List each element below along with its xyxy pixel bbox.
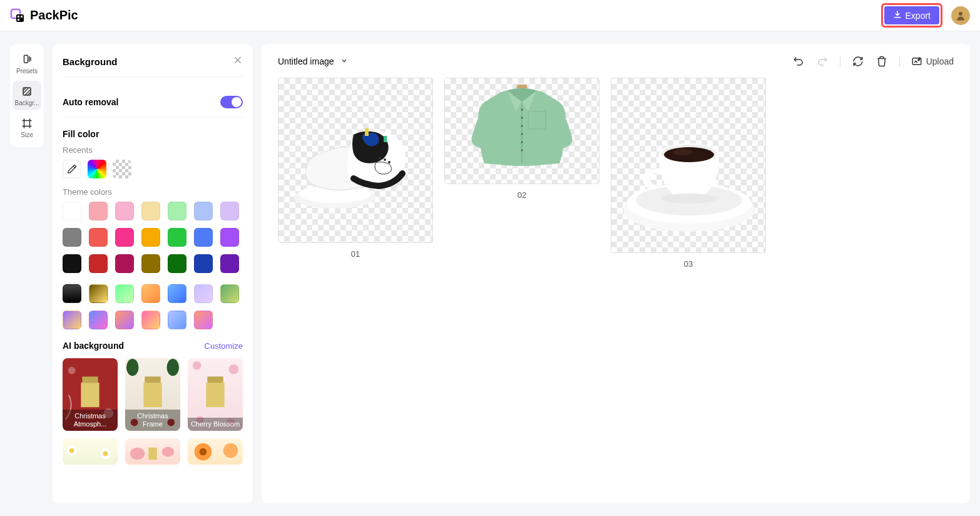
gradient-swatch[interactable]: [168, 311, 186, 329]
svg-rect-22: [145, 376, 160, 383]
ai-bg-label: Cherry Blossom: [188, 418, 243, 431]
tool-background[interactable]: Backgr...: [13, 81, 41, 110]
color-swatch[interactable]: [89, 254, 108, 273]
color-swatch[interactable]: [63, 228, 81, 247]
panel-header: Background: [63, 55, 243, 77]
color-swatch[interactable]: [168, 254, 186, 273]
auto-removal-toggle[interactable]: [220, 96, 243, 108]
svg-rect-49: [365, 128, 369, 136]
image-name-dropdown[interactable]: Untitled image: [278, 56, 348, 66]
svg-point-36: [103, 452, 108, 457]
ai-bg-option-6[interactable]: [188, 438, 243, 465]
color-swatch[interactable]: [220, 228, 239, 247]
svg-point-23: [126, 359, 139, 376]
undo-button[interactable]: [792, 55, 805, 68]
gradient-swatch[interactable]: [168, 284, 186, 303]
gradient-swatch[interactable]: [115, 284, 134, 303]
color-swatch[interactable]: [89, 202, 108, 220]
color-swatch[interactable]: [141, 202, 160, 220]
color-swatch[interactable]: [194, 254, 213, 273]
auto-removal-label: Auto removal: [63, 97, 118, 107]
color-swatch[interactable]: [194, 202, 213, 220]
color-swatch[interactable]: [168, 228, 186, 247]
color-swatch[interactable]: [168, 202, 186, 220]
svg-point-52: [384, 158, 386, 161]
svg-point-69: [661, 194, 717, 204]
color-swatch[interactable]: [115, 202, 134, 220]
svg-rect-27: [206, 383, 224, 407]
gradient-swatch[interactable]: [63, 311, 81, 329]
color-swatch[interactable]: [220, 254, 239, 273]
svg-point-59: [521, 142, 523, 143]
gradient-swatch[interactable]: [89, 311, 108, 329]
redo-button[interactable]: [816, 55, 829, 68]
chevron-down-icon: [340, 56, 348, 66]
image-number: 02: [518, 190, 526, 200]
color-swatch[interactable]: [141, 254, 160, 273]
canvas-actions: Upload: [792, 55, 954, 68]
theme-colors-label: Theme colors: [63, 187, 243, 197]
svg-point-42: [223, 443, 238, 458]
ai-bg-cherry-blossom[interactable]: Cherry Blossom: [188, 358, 243, 431]
color-swatch[interactable]: [115, 228, 134, 247]
transparent-swatch[interactable]: [113, 160, 131, 178]
gradient-swatch[interactable]: [220, 284, 239, 303]
color-picker-swatch[interactable]: [88, 160, 106, 178]
color-swatch[interactable]: [141, 228, 160, 247]
tool-presets[interactable]: Presets: [13, 49, 41, 78]
ai-bg-option-4[interactable]: [63, 438, 118, 465]
image-number: 03: [684, 259, 693, 269]
theme-gradients-grid: [63, 284, 243, 329]
avatar[interactable]: [951, 6, 970, 25]
tool-size[interactable]: Size: [13, 113, 41, 142]
gradient-swatch[interactable]: [194, 284, 213, 303]
tool-presets-label: Presets: [16, 68, 38, 75]
color-swatch[interactable]: [89, 228, 108, 247]
svg-point-57: [521, 125, 523, 127]
ai-background-grid: Christmas Atmosph... Christmas Frame Che…: [63, 358, 243, 465]
ai-bg-label: Christmas Frame: [125, 410, 180, 431]
color-swatch[interactable]: [220, 202, 239, 220]
image-frame: [278, 78, 433, 243]
gradient-swatch[interactable]: [63, 284, 81, 303]
color-swatch[interactable]: [63, 202, 81, 220]
images-row: 01 02: [278, 78, 954, 269]
svg-point-38: [162, 447, 175, 457]
eyedropper-button[interactable]: [63, 160, 81, 178]
ai-bg-christmas-frame[interactable]: Christmas Frame: [125, 358, 180, 431]
color-swatch[interactable]: [194, 228, 213, 247]
auto-removal-row: Auto removal: [63, 87, 243, 118]
gradient-swatch[interactable]: [194, 311, 213, 329]
svg-point-58: [521, 133, 523, 135]
upload-label: Upload: [926, 56, 954, 66]
svg-point-51: [379, 157, 381, 160]
svg-rect-1: [16, 14, 24, 22]
color-swatch[interactable]: [115, 254, 134, 273]
export-button[interactable]: Export: [884, 6, 939, 24]
refresh-button[interactable]: [852, 55, 864, 68]
ai-background-header: AI background Customize: [63, 341, 243, 351]
svg-rect-3: [21, 16, 23, 18]
gradient-swatch[interactable]: [115, 311, 134, 329]
image-card-03[interactable]: 03: [611, 78, 766, 269]
gradient-swatch[interactable]: [89, 284, 108, 303]
ai-bg-option-5[interactable]: [125, 438, 180, 465]
separator: [899, 56, 900, 67]
delete-button[interactable]: [875, 55, 888, 68]
ai-bg-christmas-atmosphere[interactable]: Christmas Atmosph...: [63, 358, 118, 431]
image-frame: [611, 78, 766, 253]
gradient-swatch[interactable]: [141, 311, 160, 329]
image-number: 01: [351, 249, 360, 259]
customize-link[interactable]: Customize: [205, 341, 243, 351]
upload-button[interactable]: Upload: [911, 56, 954, 67]
close-icon[interactable]: [233, 55, 243, 68]
image-card-02[interactable]: 02: [444, 78, 600, 200]
fill-color-title: Fill color: [63, 129, 243, 139]
color-swatch[interactable]: [63, 254, 81, 273]
canvas-toolbar: Untitled image: [278, 55, 954, 68]
svg-point-67: [664, 147, 714, 162]
main: Presets Backgr... Size Background Auto r…: [0, 31, 980, 516]
gradient-swatch[interactable]: [141, 284, 160, 303]
image-card-01[interactable]: 01: [278, 78, 433, 259]
svg-rect-21: [143, 383, 161, 407]
